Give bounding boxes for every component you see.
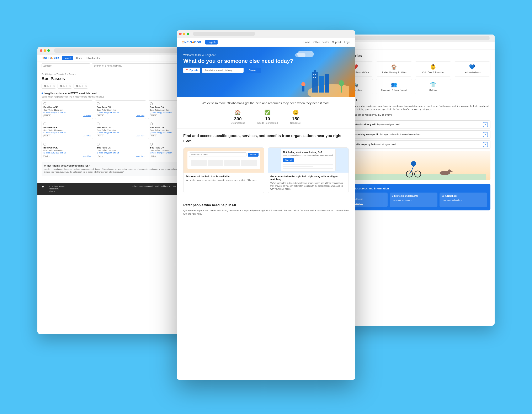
bike-illustration [337,151,490,180]
hero-search-input[interactable] [202,68,244,73]
cat-label-6: Clothing [429,89,437,91]
footer-link-1[interactable]: Non-Discrimination [49,185,64,187]
url-bar-center[interactable] [193,32,255,36]
cat-label-5: Community & Legal Support [381,89,407,91]
always-section-sub: Select which neighbors you'd like to rec… [42,96,200,98]
radio-circle-6[interactable] [150,123,153,125]
filter-3[interactable]: Select [74,84,88,89]
lang-button-left[interactable]: English [62,56,73,60]
nav-bar-right: ⊞NEIGABOR [332,42,494,49]
card-title-1: Bus Pass OK [43,106,91,108]
stat-label-needs: Needs Represented [257,122,278,124]
search-ui-row: Search [189,152,258,157]
close-dot-center[interactable] [179,33,182,35]
resource-tile-citizenship: Citizenship and Benefits Learn more and … [390,193,437,207]
tile-link-citizenship[interactable]: Learn more and apply → [392,199,412,201]
discover-item-2[interactable]: When you need something more specific th… [337,130,490,139]
card-learn-2[interactable]: Learn More [136,115,144,117]
footer-link-2[interactable]: Accessibility [49,188,64,190]
cat-item-childcare[interactable]: 👶 Child Care & Education [415,61,451,77]
svg-point-22 [339,80,344,86]
not-finding-text-left: Reach out to neighbors that can sometime… [44,168,197,174]
cat-item-community[interactable]: 👥 Community & Legal Support [376,79,412,94]
result-dots [189,158,258,168]
card-learn-5[interactable]: Learn More [136,135,144,137]
svg-point-1 [411,161,416,166]
met-icon: 😊 [293,110,299,116]
card-time-7: Open Today 11am-4pm [43,149,91,151]
minimize-dot-center[interactable] [183,33,185,35]
svg-rect-15 [313,74,314,75]
maximize-dot-center[interactable] [187,33,189,35]
footer-link-3[interactable]: Privacy [49,190,64,192]
card-address-2: (2 miles away) 106 24th St. [97,111,144,114]
svg-point-8 [448,169,451,173]
needs-icon: ✅ [264,110,271,116]
center-nav-home[interactable]: Home [304,41,310,44]
radio-circle-8[interactable] [97,143,100,145]
search-for-need-input[interactable] [189,152,247,157]
stats-tagline: We exist so more Oklahomans get the help… [183,101,349,106]
card-learn-1[interactable]: Learn More [83,115,91,117]
search-input-left[interactable] [92,63,186,68]
nf-inner-button[interactable]: Submit [283,158,294,162]
center-lang-button[interactable]: English [205,40,218,45]
categories-content: All Categories ❤️ Home, Baby, & Personal… [332,49,494,215]
cat-item-health[interactable]: 💙 Health & Wellness [454,61,490,77]
radio-circle-4[interactable] [43,123,46,125]
card-learn-7[interactable]: Learn More [83,155,91,157]
search-for-need-button[interactable]: Search [248,153,258,157]
radio-circle-2[interactable] [97,102,100,105]
not-finding-title-left: Not finding what you're looking for? [44,164,197,167]
tile-link-neighbor[interactable]: Learn more and apply → [442,199,462,201]
filter-2[interactable]: Select [57,84,72,89]
radio-circle-5[interactable] [97,123,100,125]
add-tab-btn[interactable]: + [259,32,263,35]
svg-line-2 [411,166,414,171]
filter-1[interactable]: Select [42,84,56,89]
center-nav-office[interactable]: Office Locator [314,41,329,44]
find-card-match: Not finding what you're looking for? Rea… [268,147,349,193]
zip-input-left[interactable] [42,63,90,68]
radio-circle-9[interactable] [150,143,153,145]
cat-item-shelter[interactable]: 🏠 Shelter, Housing, & Utilities [376,61,412,77]
additional-resources-title: Additional Resources and Information [340,187,487,190]
svg-rect-13 [319,76,324,93]
refer-title: Refer people who need help in 60 [183,203,349,207]
radio-circle-1[interactable] [43,102,46,105]
tile-title-neighbor: Be A Neighbor [442,195,485,197]
discover-expand-1[interactable]: + [483,122,488,127]
center-nav-support[interactable]: Support [332,41,341,44]
nav-home-left[interactable]: Home [76,57,82,59]
card-tag-7: Walk-in [43,155,51,157]
discover-item-3[interactable]: When we are not able to quickly find a m… [337,140,490,149]
discover-expand-2[interactable]: + [483,132,488,137]
card-learn-8[interactable]: Learn More [136,155,144,157]
card-learn-4[interactable]: Learn More [83,135,91,137]
card-title-8: Bus Pass OK [97,146,144,149]
hero-search-button[interactable]: Search [245,67,261,73]
url-bar-right[interactable] [349,36,490,40]
nf-inner-text: Reach out to neighbors that can sometime… [283,154,333,156]
cards-grid-1: Bus Pass OK Open Today 11am-4pm (2 miles… [42,100,200,159]
stat-item-orgs: 🏠 300 Organizations [231,110,245,124]
radio-circle-7[interactable] [43,143,46,145]
discover-item-1[interactable]: When an organization has already said th… [337,120,490,129]
discover-expand-3[interactable]: + [483,142,488,147]
close-dot[interactable] [40,49,42,52]
cat-label-3: Health & Wellness [464,71,481,74]
hero-zip-field[interactable]: 📍 Zipcode [183,67,200,73]
card-tag-6: Walk-in [150,135,157,137]
not-finding-section-left: Not finding what you're looking for? Rea… [42,162,200,176]
nav-office-left[interactable]: Office Locator [86,57,100,59]
cat-item-clothing[interactable]: 👕 Clothing [415,79,451,94]
result-dot-2 [208,160,223,166]
center-nav-login[interactable]: Login [344,41,350,44]
find-card-title-search: Discover all the help that is available [186,175,262,178]
hero-text-area: Welcome to Be A Neighbor, What do you or… [183,53,349,73]
footer-logo: ⚙ [42,185,45,189]
minimize-dot[interactable] [44,49,46,52]
radio-circle-3[interactable] [150,102,153,105]
maximize-dot[interactable] [48,49,50,52]
resource-card-7: Bus Pass OK Open Today 11am-4pm (2 miles… [42,141,93,159]
